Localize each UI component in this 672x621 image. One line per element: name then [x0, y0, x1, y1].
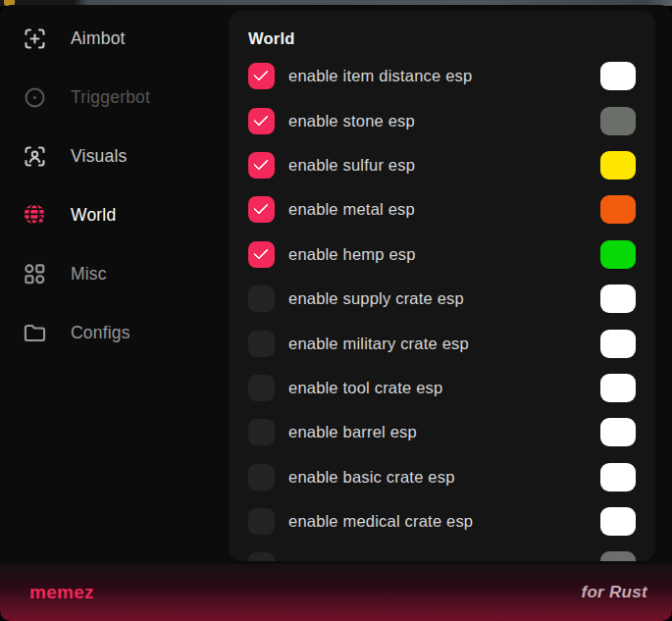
setting-row-sulfur-esp: enable sulfur esp — [248, 143, 636, 187]
brand-name: memez — [29, 582, 94, 603]
brand-tagline: for Rust — [581, 583, 647, 602]
sidebar-item-label: Aimbot — [71, 28, 126, 49]
setting-label: enable hemp esp — [288, 245, 416, 264]
color-swatch-metal-esp[interactable] — [600, 195, 636, 224]
checkbox-item-distance-esp[interactable] — [248, 63, 275, 89]
color-swatch-supply-crate-esp[interactable] — [600, 285, 636, 313]
color-swatch-barrel-esp[interactable] — [600, 418, 636, 446]
sidebar-item-aimbot[interactable]: Aimbot — [0, 9, 229, 68]
checkbox-basic-crate-esp[interactable] — [248, 464, 275, 491]
setting-label: enable medical crate esp — [288, 512, 473, 531]
color-swatch-tool-crate-esp[interactable] — [600, 374, 636, 402]
sidebar-item-misc[interactable]: Misc — [0, 244, 229, 303]
color-swatch-item-distance-esp[interactable] — [600, 62, 636, 90]
cheat-menu-window: Aimbot Triggerbot — [0, 5, 672, 621]
footer: memez for Rust — [0, 564, 672, 621]
sidebar-item-world[interactable]: World — [0, 185, 229, 244]
setting-label: enable sulfur esp — [288, 156, 415, 175]
setting-label: enable metal esp — [288, 200, 415, 219]
aimbot-icon — [22, 26, 48, 52]
checkbox-hemp-esp[interactable] — [248, 241, 275, 268]
setting-row-hemp-esp: enable hemp esp — [248, 233, 636, 277]
checkbox-sulfur-esp[interactable] — [248, 152, 275, 179]
color-swatch-basic-crate-esp[interactable] — [600, 463, 636, 492]
setting-label: enable stone esp — [288, 112, 415, 130]
checkbox-barrel-esp[interactable] — [248, 419, 275, 445]
setting-row-partial — [248, 543, 636, 561]
setting-row-tool-crate-esp: enable tool crate esp — [248, 366, 636, 410]
setting-label: enable basic crate esp — [288, 468, 455, 487]
setting-row-military-crate-esp: enable military crate esp — [248, 321, 636, 365]
sidebar-item-label: Misc — [71, 264, 107, 285]
checkbox-supply-crate-esp[interactable] — [248, 285, 275, 312]
setting-label: enable item distance esp — [288, 67, 472, 85]
setting-label: enable barrel esp — [288, 423, 417, 441]
setting-label: enable military crate esp — [288, 335, 469, 353]
checkbox-tool-crate-esp[interactable] — [248, 375, 275, 401]
setting-row-metal-esp: enable metal esp — [248, 187, 636, 232]
color-swatch-hemp-esp[interactable] — [600, 240, 636, 269]
setting-row-item-distance-esp: enable item distance esp — [248, 54, 636, 98]
checkbox-military-crate-esp[interactable] — [248, 331, 275, 357]
sidebar-item-configs[interactable]: Configs — [0, 303, 229, 362]
world-settings-panel: World enable item distance esp enable st… — [229, 11, 655, 561]
setting-row-stone-esp: enable stone esp — [248, 98, 636, 142]
configs-icon — [22, 320, 48, 346]
sidebar-item-label: World — [71, 205, 116, 226]
color-swatch-sulfur-esp[interactable] — [600, 151, 636, 180]
setting-row-medical-crate-esp: enable medical crate esp — [248, 499, 636, 543]
sidebar-item-label: Visuals — [71, 146, 128, 167]
color-swatch-military-crate-esp[interactable] — [600, 330, 636, 358]
checkbox-medical-crate-esp[interactable] — [248, 508, 275, 535]
sidebar: Aimbot Triggerbot — [0, 9, 229, 362]
checkbox-metal-esp[interactable] — [248, 196, 275, 223]
sidebar-item-visuals[interactable]: Visuals — [0, 127, 229, 185]
misc-icon — [22, 261, 48, 287]
sidebar-item-triggerbot[interactable]: Triggerbot — [0, 68, 229, 127]
setting-row-barrel-esp: enable barrel esp — [248, 410, 636, 454]
color-swatch-stone-esp[interactable] — [600, 107, 636, 135]
setting-row-basic-crate-esp: enable basic crate esp — [248, 455, 636, 499]
setting-label: enable tool crate esp — [288, 379, 442, 397]
setting-label: enable supply crate esp — [288, 289, 464, 308]
color-swatch-medical-crate-esp[interactable] — [600, 507, 636, 536]
checkbox-partial[interactable] — [248, 552, 275, 561]
checkbox-stone-esp[interactable] — [248, 108, 275, 134]
triggerbot-icon — [22, 84, 48, 111]
panel-title: World — [248, 23, 636, 54]
world-icon — [22, 202, 48, 229]
visuals-icon — [22, 143, 48, 170]
setting-row-supply-crate-esp: enable supply crate esp — [248, 277, 636, 321]
color-swatch-partial[interactable] — [600, 551, 636, 561]
sidebar-item-label: Triggerbot — [71, 87, 150, 108]
sidebar-item-label: Configs — [71, 323, 130, 343]
